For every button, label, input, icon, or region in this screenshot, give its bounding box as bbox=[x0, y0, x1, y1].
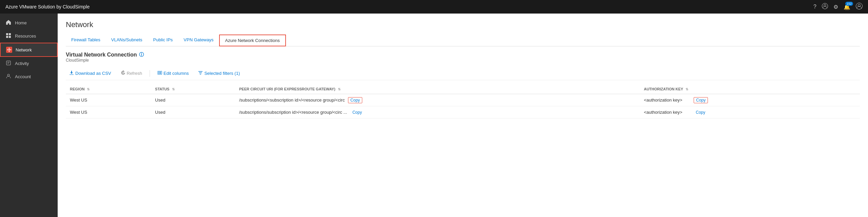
col-region: REGION ⇅ bbox=[66, 84, 151, 94]
table-header: REGION ⇅ STATUS ⇅ PEER CIRCUIT URI (FOR … bbox=[66, 84, 860, 94]
row1-auth-key: <authorization key> Copy bbox=[640, 94, 860, 106]
tabs-bar: Firewall Tables VLANs/Subnets Public IPs… bbox=[66, 35, 860, 46]
top-bar: Azure VMware Solution by CloudSimple ? ⚙… bbox=[0, 0, 868, 14]
sidebar-item-resources-label: Resources bbox=[15, 34, 36, 39]
auth-key-sort-icon[interactable]: ⇅ bbox=[686, 87, 688, 91]
sidebar-item-activity-label: Activity bbox=[15, 61, 29, 66]
tab-vpn-gateways[interactable]: VPN Gateways bbox=[178, 35, 219, 46]
status-sort-icon[interactable]: ⇅ bbox=[172, 87, 175, 91]
row2-auth-key-text: <authorization key> bbox=[644, 110, 682, 115]
download-csv-button[interactable]: Download as CSV bbox=[66, 69, 115, 78]
account-icon bbox=[5, 73, 12, 80]
col-peer-circuit-uri: PEER CIRCUIT URI (FOR EXPRESSROUTE GATEW… bbox=[235, 84, 640, 94]
row1-status: Used bbox=[151, 94, 235, 106]
tab-vlans-subnets[interactable]: VLANs/Subnets bbox=[106, 35, 148, 46]
tab-azure-network-connections[interactable]: Azure Network Connections bbox=[219, 35, 286, 46]
row1-auth-key-text: <authorization key> bbox=[644, 97, 682, 103]
col-peer-circuit-label: PEER CIRCUIT URI (FOR EXPRESSROUTE GATEW… bbox=[239, 87, 335, 91]
top-bar-icons: ? ⚙ 🔔 152 bbox=[813, 3, 863, 11]
peer-circuit-sort-icon[interactable]: ⇅ bbox=[338, 87, 341, 91]
resources-icon bbox=[5, 33, 12, 39]
sidebar-item-home-label: Home bbox=[15, 20, 27, 25]
download-icon bbox=[69, 70, 74, 76]
home-icon bbox=[5, 20, 12, 26]
table-row: West US Used /subscriptions/subscription… bbox=[66, 106, 860, 118]
tab-public-ips[interactable]: Public IPs bbox=[148, 35, 178, 46]
row2-auth-key-copy-button[interactable]: Copy bbox=[694, 110, 707, 115]
settings-icon[interactable]: ⚙ bbox=[833, 4, 838, 10]
refresh-button[interactable]: Refresh bbox=[117, 69, 146, 78]
toolbar-divider bbox=[150, 70, 150, 77]
edit-columns-label: Edit columns bbox=[163, 71, 189, 76]
table-row: West US Used /subscriptions/<subscriptio… bbox=[66, 94, 860, 106]
connections-table: REGION ⇅ STATUS ⇅ PEER CIRCUIT URI (FOR … bbox=[66, 84, 860, 118]
network-icon bbox=[6, 47, 12, 53]
col-auth-key-label: AUTHORIZATION KEY bbox=[644, 87, 683, 91]
row2-status: Used bbox=[151, 106, 235, 118]
col-region-label: REGION bbox=[70, 87, 84, 91]
sidebar-item-home[interactable]: Home bbox=[0, 16, 58, 29]
columns-icon bbox=[157, 70, 162, 76]
edit-columns-button[interactable]: Edit columns bbox=[154, 69, 192, 78]
sidebar-item-account-label: Account bbox=[15, 74, 31, 79]
toolbar: Download as CSV Refresh Edit columns Sel bbox=[66, 67, 860, 80]
section-title-text: Virtual Network Connection bbox=[66, 52, 137, 58]
row2-auth-key: <authorization key> Copy bbox=[640, 106, 860, 118]
selected-filters-button[interactable]: Selected filters (1) bbox=[195, 69, 243, 78]
filter-icon bbox=[198, 70, 203, 76]
section-header: Virtual Network Connection ⓘ CloudSimple bbox=[66, 52, 860, 63]
content-area: Network Firewall Tables VLANs/Subnets Pu… bbox=[58, 14, 868, 217]
svg-point-11 bbox=[7, 49, 8, 50]
svg-rect-7 bbox=[9, 36, 11, 38]
col-authorization-key: AUTHORIZATION KEY ⇅ bbox=[640, 84, 860, 94]
tab-firewall-tables[interactable]: Firewall Tables bbox=[66, 35, 106, 46]
svg-rect-6 bbox=[6, 36, 8, 38]
sidebar-item-network-label: Network bbox=[16, 47, 32, 52]
help-icon[interactable]: ? bbox=[813, 4, 816, 10]
page-title: Network bbox=[66, 20, 860, 29]
sidebar-item-activity[interactable]: Activity bbox=[0, 57, 58, 70]
table-body: West US Used /subscriptions/<subscriptio… bbox=[66, 94, 860, 118]
refresh-label: Refresh bbox=[127, 71, 142, 76]
row1-auth-key-copy-button[interactable]: Copy bbox=[694, 97, 708, 103]
row2-peer-circuit-text: /subscriptions/subscription id>/<resourc… bbox=[239, 110, 347, 115]
svg-rect-5 bbox=[9, 33, 11, 35]
region-sort-icon[interactable]: ⇅ bbox=[87, 87, 90, 91]
svg-rect-18 bbox=[159, 71, 160, 74]
user-circle-icon[interactable] bbox=[822, 3, 828, 10]
activity-icon bbox=[5, 60, 12, 67]
section-subtitle: CloudSimple bbox=[66, 58, 860, 63]
row2-peer-circuit-copy-button[interactable]: Copy bbox=[350, 110, 364, 115]
svg-point-12 bbox=[10, 49, 11, 50]
selected-filters-label: Selected filters (1) bbox=[204, 71, 240, 76]
row2-peer-circuit: /subscriptions/subscription id>/<resourc… bbox=[235, 106, 640, 118]
sidebar: Home Resources Network Activity bbox=[0, 14, 58, 217]
col-status: STATUS ⇅ bbox=[151, 84, 235, 94]
svg-rect-4 bbox=[6, 33, 8, 35]
sidebar-item-network[interactable]: Network bbox=[0, 43, 58, 57]
refresh-icon bbox=[121, 70, 126, 76]
download-csv-label: Download as CSV bbox=[75, 71, 111, 76]
notification-count: 152 bbox=[845, 2, 853, 6]
info-icon[interactable]: ⓘ bbox=[139, 52, 144, 58]
table-header-row: REGION ⇅ STATUS ⇅ PEER CIRCUIT URI (FOR … bbox=[66, 84, 860, 94]
svg-rect-17 bbox=[158, 71, 159, 74]
svg-point-10 bbox=[9, 51, 10, 52]
svg-point-8 bbox=[8, 49, 10, 50]
row1-peer-circuit: /subscriptions/<subscription id>/<resour… bbox=[235, 94, 640, 106]
col-status-label: STATUS bbox=[155, 87, 169, 91]
row2-region: West US bbox=[66, 106, 151, 118]
svg-rect-19 bbox=[161, 71, 162, 74]
sidebar-item-account[interactable]: Account bbox=[0, 70, 58, 83]
sidebar-item-resources[interactable]: Resources bbox=[0, 29, 58, 43]
row1-peer-circuit-copy-button[interactable]: Copy bbox=[348, 97, 362, 103]
row1-peer-circuit-text: /subscriptions/<subscription id>/<resour… bbox=[239, 97, 345, 103]
svg-point-16 bbox=[7, 74, 9, 76]
profile-icon[interactable] bbox=[856, 3, 863, 11]
app-title: Azure VMware Solution by CloudSimple bbox=[5, 4, 90, 9]
notifications-icon[interactable]: 🔔 152 bbox=[844, 4, 850, 10]
row1-region: West US bbox=[66, 94, 151, 106]
svg-point-9 bbox=[9, 48, 10, 49]
svg-rect-13 bbox=[6, 61, 11, 65]
section-title-row: Virtual Network Connection ⓘ bbox=[66, 52, 860, 58]
